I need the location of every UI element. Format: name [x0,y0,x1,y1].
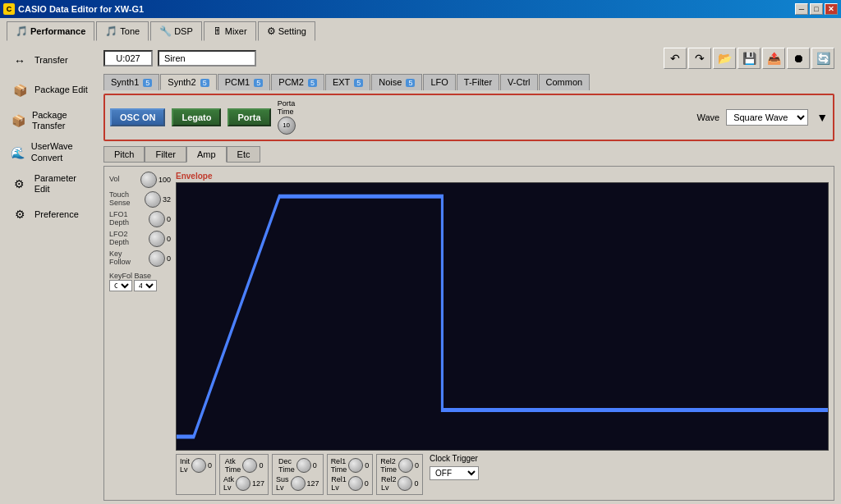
redo-button[interactable]: ↷ [688,48,711,69]
export-button[interactable]: 📤 [762,48,785,69]
lfo1-depth-knob[interactable] [149,211,165,227]
keyfol-base-row: KeyFol Base CDEFGAB 12345678 [109,272,171,291]
init-lv-knob[interactable] [191,458,206,473]
sidebar-label-package-transfer: Package Transfer [32,110,94,131]
sub-tabs: Pitch Filter Amp Etc [103,146,834,163]
tab-setting[interactable]: ⚙ Setting [258,21,315,41]
open-button[interactable]: 📂 [713,48,736,69]
lfo2-depth-value: 0 [167,235,171,243]
sidebar-label-preference: Preference [34,209,79,220]
tab-performance[interactable]: 🎵 Performance [7,21,94,41]
section-tab-lfo[interactable]: LFO [423,74,455,90]
app-icon: C [3,3,15,15]
noise-label: Noise [379,77,402,87]
section-tab-pcm1[interactable]: PCM1 5 [218,74,271,90]
porta-time: PortaTime 10 [278,100,296,135]
env-knobs-row: InitLv 0 AtkTime 0 [176,454,829,495]
vol-knob[interactable] [140,172,157,188]
rel1-time-value: 0 [365,461,369,470]
section-tab-pcm2[interactable]: PCM2 5 [271,74,324,90]
package-transfer-icon: 📦 [10,111,27,131]
record-button[interactable]: ⏺ [787,48,810,69]
section-tab-noise[interactable]: Noise 5 [371,74,422,90]
close-button[interactable]: ✕ [825,3,838,15]
section-tab-synth2[interactable]: Synth2 5 [160,74,216,90]
minimize-button[interactable]: ─ [795,3,808,15]
sidebar-item-parameter[interactable]: ⚙ Parameter Edit [7,170,97,198]
atk-lv-knob[interactable] [236,476,250,491]
tab-dsp[interactable]: 🔧 DSP [150,21,202,41]
sus-lv-knob[interactable] [291,476,306,491]
key-follow-knob[interactable] [149,250,165,267]
keyfol-base-label: KeyFol Base [109,272,171,280]
tab-tone[interactable]: 🎵 Tone [96,21,149,41]
pitch-label: Pitch [114,149,134,159]
id-field[interactable]: U:027 [103,50,153,66]
sidebar-item-preference[interactable]: ⚙ Preference [7,201,97,227]
tfilter-label: T-Filter [464,77,492,87]
section-tab-common[interactable]: Common [539,74,591,90]
rel2-time-knob[interactable] [398,458,413,473]
key-follow-row: KeyFollow 0 [109,250,171,267]
rel2-lv-knob[interactable] [398,476,412,491]
porta-time-label: PortaTime [278,100,296,117]
pcm1-label: PCM1 [225,77,250,87]
rel2-lv-row: Rel2Lv 0 [381,475,419,492]
wave-select[interactable]: Square Wave Sine Wave Sawtooth Triangle … [726,109,808,126]
vol-value: 100 [159,176,171,184]
rel1-lv-knob[interactable] [348,476,363,491]
sub-tab-filter[interactable]: Filter [145,146,186,163]
rel2-time-value: 0 [415,461,419,470]
pcm2-label: PCM2 [278,77,304,87]
section-tabs: Synth1 5 Synth2 5 PCM1 5 PCM2 5 EXT 5 [103,74,834,90]
amp-panel: Vol 100 TouchSense 32 [103,166,834,501]
atk-time-knob[interactable] [242,458,257,473]
top-nav: 🎵 Performance 🎵 Tone 🔧 DSP 🎚 Mixer ⚙ Set… [0,18,841,44]
clock-trigger-select[interactable]: OFF ON 1/1 1/2 1/4 1/8 [430,466,479,480]
undo-button[interactable]: ↶ [664,48,687,69]
dec-time-label: DecTime [278,457,295,474]
sidebar-label-userwave: UserWave Convert [31,141,94,163]
sidebar-item-package-edit[interactable]: 📦 Package Edit [7,77,97,103]
rel2-lv-value: 0 [414,479,418,488]
save-button[interactable]: 💾 [738,48,761,69]
sub-tab-amp[interactable]: Amp [186,146,227,163]
key-follow-label: KeyFollow [109,250,131,267]
maximize-button[interactable]: □ [810,3,823,15]
section-tab-tfilter[interactable]: T-Filter [457,74,499,90]
section-tab-synth1[interactable]: Synth1 5 [103,74,159,90]
porta-button[interactable]: Porta [227,108,270,126]
sub-tab-etc[interactable]: Etc [227,146,261,163]
sidebar-item-userwave[interactable]: 🌊 UserWave Convert [7,138,97,166]
keyfol-note-select[interactable]: CDEFGAB [109,280,132,291]
sidebar-item-transfer[interactable]: ↔ Transfer [7,48,97,74]
lfo1-depth-row: LFO1Depth 0 [109,211,171,227]
osc-on-button[interactable]: OSC ON [110,108,165,126]
transfer-icon: ↔ [10,51,30,71]
dec-time-knob[interactable] [296,458,311,473]
sidebar-item-package-transfer[interactable]: 📦 Package Transfer [7,107,97,135]
pcm2-badge: 5 [308,79,317,87]
lfo2-depth-label: LFO2Depth [109,231,129,247]
touch-sense-knob[interactable] [145,191,161,208]
mixer-tab-label: Mixer [225,26,247,36]
name-field[interactable] [158,50,256,66]
legato-button[interactable]: Legato [172,108,221,126]
rel2-time-row: Rel2Time 0 [380,457,419,474]
mixer-tab-icon: 🎚 [213,25,223,37]
porta-time-knob[interactable]: 10 [278,117,296,135]
lfo2-depth-knob[interactable] [149,231,165,247]
sub-tab-pitch[interactable]: Pitch [103,146,145,163]
setting-tab-icon: ⚙ [267,25,276,37]
section-tab-vctrl[interactable]: V-Ctrl [500,74,538,90]
tab-mixer[interactable]: 🎚 Mixer [204,21,256,41]
rel1-time-knob[interactable] [348,458,363,473]
env-group-init-lv: InitLv 0 [176,454,216,495]
env-group-atk: AtkTime 0 AtkLv 127 [219,454,269,495]
keyfol-octave-select[interactable]: 12345678 [134,280,157,291]
synth2-label: Synth2 [168,77,195,87]
section-tab-ext[interactable]: EXT 5 [325,74,370,90]
window-controls: ─ □ ✕ [795,3,838,15]
pcm1-badge: 5 [254,79,263,87]
refresh-button[interactable]: 🔄 [811,48,834,69]
